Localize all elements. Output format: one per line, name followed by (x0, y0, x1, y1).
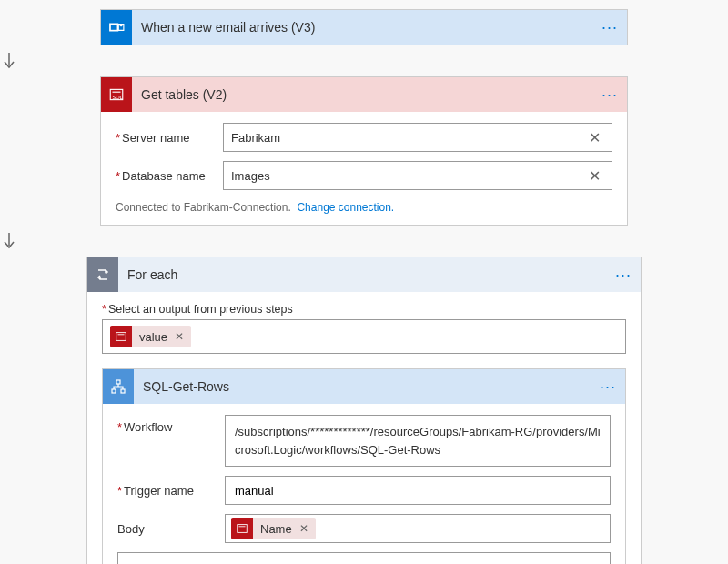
clear-icon[interactable]: ✕ (585, 167, 604, 185)
trigger-name-field: *Trigger name manual (117, 476, 611, 505)
more-menu-button[interactable]: ··· (596, 81, 623, 108)
remove-token-icon[interactable]: ✕ (175, 330, 191, 343)
svg-rect-6 (118, 334, 125, 335)
workflow-input[interactable]: /subscriptions/*************/resourceGro… (225, 415, 611, 467)
more-menu-button[interactable]: ··· (594, 373, 622, 400)
trigger-title: When a new email arrives (V3) (132, 20, 596, 35)
trigger-card: When a new email arrives (V3) ··· (100, 9, 628, 45)
get-tables-header[interactable]: SQL Get tables (V2) ··· (101, 77, 627, 112)
workflow-icon (103, 369, 134, 404)
required-mark: * (117, 484, 122, 498)
sql-get-rows-title: SQL-Get-Rows (134, 379, 594, 394)
required-mark: * (116, 169, 120, 183)
select-output-label: Select an output from previous steps (108, 303, 293, 316)
add-parameter-dropdown[interactable]: Add new parameter (117, 552, 611, 564)
body-input[interactable]: Name ✕ (225, 514, 611, 543)
clear-icon[interactable]: ✕ (585, 129, 604, 146)
database-name-input[interactable]: Images ✕ (223, 161, 612, 190)
required-mark: * (116, 131, 120, 145)
server-name-input[interactable]: Fabrikam ✕ (223, 123, 612, 152)
svg-rect-3 (113, 92, 121, 93)
body-field: Body Name ✕ (117, 514, 611, 543)
svg-rect-5 (116, 333, 126, 341)
sql-icon: SQL (101, 77, 132, 112)
required-mark: * (117, 420, 122, 434)
remove-token-icon[interactable]: ✕ (299, 522, 316, 535)
get-tables-card: SQL Get tables (V2) ··· *Server name Fab… (100, 76, 628, 226)
for-each-header[interactable]: For each ··· (87, 257, 641, 292)
svg-rect-10 (238, 525, 248, 533)
get-tables-title: Get tables (V2) (132, 87, 596, 102)
svg-text:SQL: SQL (113, 95, 123, 100)
workflow-field: *Workflow /subscriptions/*************/r… (117, 415, 611, 467)
sql-get-rows-card: SQL-Get-Rows ··· *Workflow /subscription… (102, 368, 626, 564)
server-name-field: *Server name Fabrikam ✕ (116, 123, 612, 152)
select-output-input[interactable]: value ✕ (102, 319, 626, 354)
database-name-field: *Database name Images ✕ (116, 161, 612, 190)
outlook-icon (101, 10, 132, 45)
sql-icon (110, 326, 132, 347)
sql-get-rows-header[interactable]: SQL-Get-Rows ··· (103, 369, 625, 404)
svg-rect-9 (121, 389, 125, 393)
required-mark: * (102, 303, 106, 316)
for-each-title: For each (118, 267, 610, 282)
svg-rect-8 (112, 389, 116, 393)
trigger-name-input[interactable]: manual (225, 476, 611, 505)
svg-rect-11 (239, 526, 246, 527)
loop-icon (87, 257, 118, 292)
more-menu-button[interactable]: ··· (596, 14, 623, 41)
connection-text: Connected to Fabrikam-Connection. Change… (116, 199, 612, 214)
name-token[interactable]: Name ✕ (231, 518, 316, 539)
svg-rect-7 (116, 380, 120, 384)
sql-icon (231, 518, 253, 539)
value-token[interactable]: value ✕ (110, 326, 191, 347)
svg-rect-1 (111, 25, 117, 30)
for-each-card: For each ··· *Select an output from prev… (86, 257, 642, 564)
connector-arrow (0, 226, 728, 257)
connector-arrow (0, 45, 728, 76)
trigger-header[interactable]: When a new email arrives (V3) ··· (101, 10, 627, 45)
change-connection-link[interactable]: Change connection. (297, 201, 394, 214)
more-menu-button[interactable]: ··· (610, 261, 637, 288)
